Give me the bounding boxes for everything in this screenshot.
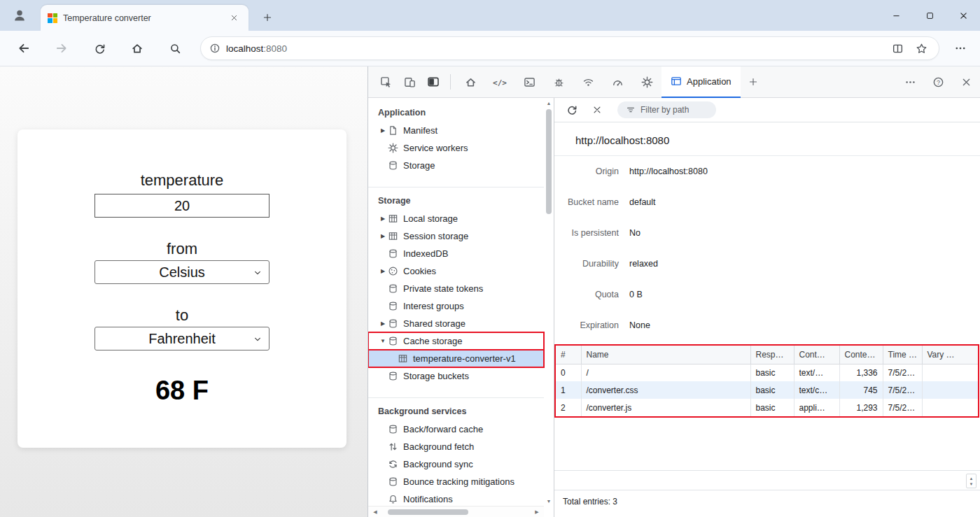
devtools-help-button[interactable] [925, 71, 951, 93]
devtools-menu-button[interactable] [897, 71, 923, 93]
tab-memory[interactable] [632, 66, 662, 98]
tree-item-temperature-converter-v1[interactable]: temperature-converter-v1 [368, 350, 544, 367]
expand-icon[interactable] [378, 268, 388, 274]
refresh-button[interactable] [87, 36, 112, 61]
col-name[interactable]: Name [581, 346, 750, 364]
tree-item-label: Cache storage [403, 336, 463, 346]
more-tools-button[interactable] [741, 66, 766, 98]
favorites-button[interactable] [912, 39, 930, 57]
filter-box[interactable] [617, 101, 716, 118]
scroll-up-icon[interactable]: ▲ [544, 98, 554, 108]
site-info-icon[interactable] [209, 43, 220, 54]
forward-icon [55, 42, 68, 55]
col-response-type[interactable]: Resp… [750, 346, 794, 364]
col-content-type[interactable]: Cont… [794, 346, 839, 364]
scroll-up-icon[interactable]: ▲ [969, 476, 974, 481]
tree-item-indexeddb[interactable]: IndexedDB [368, 245, 544, 262]
table-row[interactable]: 1 /converter.css basic text/c… 745 7/5/2… [556, 381, 978, 399]
tab-close-button[interactable] [226, 10, 241, 26]
tab-application[interactable]: Application [662, 66, 741, 98]
tree-item-local-storage[interactable]: Local storage [368, 210, 544, 227]
detail-row-bucket-name: Bucket name default [554, 187, 980, 218]
inspect-element-button[interactable] [374, 71, 397, 93]
database-icon [388, 424, 398, 434]
profile-button[interactable] [6, 5, 34, 26]
split-screen-button[interactable] [888, 39, 906, 57]
tab-console[interactable] [514, 66, 544, 98]
tree-item-back-forward-cache[interactable]: Back/forward cache [368, 420, 544, 438]
preview-scrollbar[interactable]: ▲▼ [966, 474, 976, 488]
detail-label: Is persistent [554, 228, 619, 238]
database-icon [388, 160, 398, 171]
col-content-length[interactable]: Conte… [839, 346, 883, 364]
application-tree: Application Manifest Service workers [368, 98, 544, 511]
tree-item-storage-buckets[interactable]: Storage buckets [368, 367, 544, 385]
network-wifi-icon [582, 76, 594, 88]
tree-item-shared-storage[interactable]: Shared storage [368, 315, 544, 332]
address-bar[interactable]: localhost:8080 [200, 36, 939, 60]
database-icon [388, 476, 398, 487]
tree-item-interest-groups[interactable]: Interest groups [368, 297, 544, 315]
section-header: Application [368, 104, 544, 122]
scrollbar-thumb[interactable] [546, 109, 552, 214]
expand-icon[interactable] [378, 215, 388, 222]
new-tab-button[interactable] [258, 8, 277, 27]
search-button[interactable] [162, 36, 188, 61]
browser-tab[interactable]: Temperature converter [41, 5, 248, 31]
tab-network[interactable] [573, 66, 603, 98]
tab-sources[interactable] [544, 66, 573, 98]
tree-item-cache-storage[interactable]: Cache storage [368, 332, 544, 350]
col-vary-header[interactable]: Vary … [922, 346, 978, 364]
tab-welcome[interactable] [456, 66, 485, 98]
tree-item-background-fetch[interactable]: Background fetch [368, 438, 544, 455]
from-select[interactable]: Celsius [94, 260, 270, 284]
tab-elements[interactable] [485, 66, 514, 98]
tab-performance[interactable] [603, 66, 632, 98]
filter-input[interactable] [640, 105, 708, 115]
devtools-close-button[interactable] [953, 71, 979, 93]
cell-response-type: basic [750, 381, 794, 399]
minimize-button[interactable] [879, 0, 913, 31]
split-screen-icon [892, 43, 904, 55]
tree-item-session-storage[interactable]: Session storage [368, 227, 544, 245]
table-row[interactable]: 0 / basic text/… 1,336 7/5/2… [556, 364, 978, 381]
scroll-right-icon[interactable]: ▶ [531, 507, 542, 517]
forward-button[interactable] [49, 36, 74, 61]
col-time-cached[interactable]: Time … [883, 346, 922, 364]
tree-item-private-state-tokens[interactable]: Private state tokens [368, 280, 544, 297]
expand-icon[interactable] [378, 320, 388, 327]
to-label: to [18, 306, 346, 325]
maximize-button[interactable] [913, 0, 946, 31]
cell-time-cached: 7/5/2… [883, 381, 922, 399]
activity-bar-button[interactable] [422, 71, 444, 93]
expand-icon[interactable] [378, 233, 388, 239]
tree-item-manifest[interactable]: Manifest [368, 122, 544, 139]
chevron-down-icon [253, 269, 262, 277]
tree-item-storage[interactable]: Storage [368, 157, 544, 174]
home-button[interactable] [125, 36, 150, 61]
back-button[interactable] [11, 36, 36, 61]
table-row[interactable]: 2 /converter.js basic appli… 1,293 7/5/2… [556, 399, 978, 416]
to-select[interactable]: Fahrenheit [94, 327, 270, 350]
close-window-button[interactable] [946, 0, 980, 31]
col-index[interactable]: # [556, 346, 581, 364]
refresh-cache-button[interactable] [561, 99, 582, 120]
cell-content-length: 1,336 [839, 364, 883, 381]
delete-selected-button[interactable] [587, 99, 608, 120]
tree-item-background-sync[interactable]: Background sync [368, 455, 544, 473]
tree-item-service-workers[interactable]: Service workers [368, 139, 544, 157]
tree-vertical-scrollbar[interactable]: ▲ ▼ [544, 98, 554, 506]
tree-horizontal-scrollbar[interactable]: ◀ ▶ [368, 506, 544, 517]
collapse-icon[interactable] [378, 338, 388, 344]
scroll-down-icon[interactable]: ▼ [969, 481, 974, 487]
scrollbar-thumb[interactable] [388, 509, 468, 515]
tree-item-bounce-tracking-mitigations[interactable]: Bounce tracking mitigations [368, 473, 544, 490]
browser-menu-button[interactable] [948, 36, 973, 61]
temperature-input[interactable] [94, 194, 270, 218]
scroll-left-icon[interactable]: ◀ [370, 507, 381, 517]
scroll-down-icon[interactable]: ▼ [544, 496, 554, 506]
expand-icon[interactable] [378, 127, 388, 134]
tree-item-cookies[interactable]: Cookies [368, 262, 544, 280]
tree-item-label: Storage [403, 160, 435, 171]
device-emulation-button[interactable] [398, 71, 421, 93]
